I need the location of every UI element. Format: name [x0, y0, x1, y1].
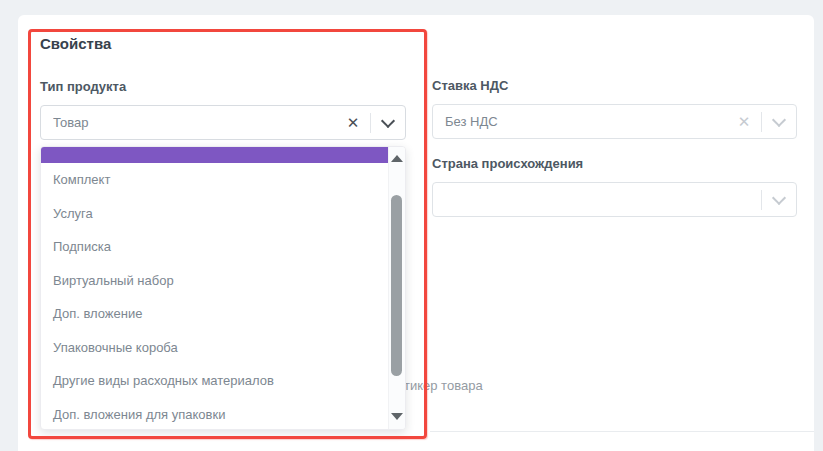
dropdown-option-komplekt[interactable]: Комплект: [41, 163, 388, 197]
country-combobox[interactable]: [432, 182, 797, 217]
section-title: Свойства: [40, 35, 111, 52]
dropdown-option-usluga[interactable]: Услуга: [41, 197, 388, 231]
dropdown-option-upakovochnye-koroba[interactable]: Упаковочные короба: [41, 331, 388, 365]
dropdown-option-podpiska[interactable]: Подписка: [41, 230, 388, 264]
vat-combobox[interactable]: ✕: [432, 104, 797, 139]
sticker-label-partial: тикер товара: [404, 378, 483, 393]
product-type-input[interactable]: [41, 115, 336, 130]
country-chevron-down-icon[interactable]: [762, 183, 796, 216]
vat-clear-icon[interactable]: ✕: [727, 105, 761, 138]
chevron-down-icon[interactable]: [371, 106, 405, 139]
country-input[interactable]: [433, 192, 761, 207]
product-type-combobox[interactable]: ✕: [40, 105, 406, 140]
product-type-label: Тип продукта: [40, 79, 126, 94]
clear-icon[interactable]: ✕: [336, 106, 370, 139]
scroll-up-icon[interactable]: [391, 155, 403, 162]
dropdown-option-virtualny-nabor[interactable]: Виртуальный набор: [41, 264, 388, 298]
country-label: Страна происхождения: [432, 156, 583, 171]
vat-input[interactable]: [433, 114, 727, 129]
dropdown-option-dop-vlozhenie[interactable]: Доп. вложение: [41, 297, 388, 331]
product-type-dropdown: Комплект Услуга Подписка Виртуальный наб…: [40, 146, 406, 430]
scroll-down-icon[interactable]: [391, 413, 403, 420]
scrollbar-thumb[interactable]: [391, 195, 402, 376]
dropdown-option-drugie-vidy[interactable]: Другие виды расходных материалов: [41, 364, 388, 398]
dropdown-option-list: Комплект Услуга Подписка Виртуальный наб…: [41, 163, 388, 430]
vat-chevron-down-icon[interactable]: [762, 105, 796, 138]
vat-label: Ставка НДС: [432, 78, 508, 93]
dropdown-selected-item-partial[interactable]: [41, 147, 388, 163]
section-divider: [430, 431, 814, 432]
dropdown-option-dop-vlozheniya-upakovki[interactable]: Доп. вложения для упаковки: [41, 398, 388, 431]
dropdown-scrollbar[interactable]: [388, 147, 405, 429]
